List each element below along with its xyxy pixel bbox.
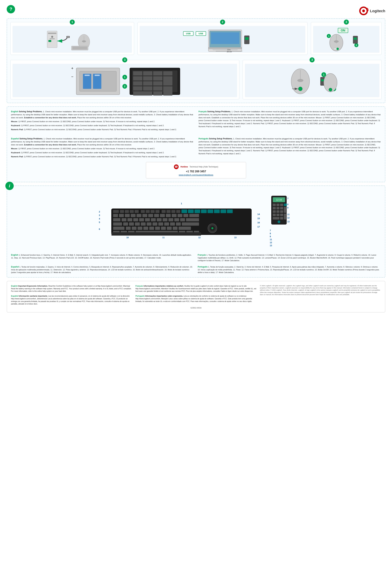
francais-title: Solving Setup Problems.	[207, 110, 231, 113]
svg-rect-105	[176, 210, 180, 213]
keyboard-labels-left: 2 3 4 5 6	[99, 210, 105, 230]
page-wrapper: ? Logitech 1	[0, 0, 392, 574]
feature-portugues-items: 1. Teclas de função avançadas. 2. Stand …	[198, 266, 379, 273]
bottom-info-grid: English Important Ergonomic Information.…	[11, 285, 381, 305]
svg-rect-183	[276, 207, 279, 209]
portugues-label: Português	[198, 138, 208, 140]
hotline-phone-number: +1 702 269 3457	[150, 170, 242, 173]
feature-english-item-15: 15. On/Off button.	[75, 257, 90, 259]
svg-rect-17	[72, 48, 87, 48]
svg-rect-123	[166, 214, 171, 217]
feature-english-item-3: 3. Internet Home.	[51, 254, 66, 256]
svg-rect-135	[157, 218, 161, 221]
feature-english-item-8: 8. Mutes volume.	[126, 254, 141, 256]
top-header: ? Logitech	[7, 5, 385, 17]
svg-text:8: 8	[287, 203, 289, 205]
english-bold1: Establish a connection for any device th…	[24, 117, 77, 119]
numpad-receiver-svg: 12:34	[270, 194, 293, 228]
svg-rect-93	[113, 210, 119, 213]
svg-rect-163	[178, 226, 191, 230]
bottom-portugues-title: Informações importantes sobre ergonomia.	[145, 295, 183, 297]
step3-top-illustration: ON 1 2	[313, 26, 379, 53]
svg-rect-137	[168, 218, 173, 221]
svg-text:USB: USB	[198, 32, 203, 35]
svg-rect-44	[353, 36, 358, 43]
svg-rect-158	[149, 226, 154, 230]
svg-rect-96	[130, 210, 134, 213]
francais-label: Français	[198, 110, 207, 113]
svg-rect-182	[273, 207, 276, 209]
troubleshoot-section: English Solving Setup Problems. 1. Check…	[7, 106, 385, 182]
numpad-label-9: 9	[270, 235, 293, 238]
step1-box: 1	[10, 22, 134, 55]
svg-rect-51	[85, 75, 90, 76]
step1-illustration	[13, 26, 132, 53]
numpad-right-labels: 7 8 9 11 12 13	[270, 229, 293, 247]
espanol-numpad-text: 1) FIRST, press Connect button on mini-r…	[24, 156, 176, 158]
step3-battery-badge: 3	[122, 57, 127, 62]
keyboard-diagram-area: 2 3 4 5 6 1	[11, 191, 381, 250]
svg-rect-8	[48, 40, 51, 42]
feature-english-item-2: 2. Sand by.	[41, 254, 51, 256]
feature-english-label: English	[11, 254, 18, 256]
svg-rect-62	[153, 71, 162, 75]
svg-rect-114	[113, 214, 118, 217]
kbd-label-1-top: 1	[110, 202, 253, 205]
svg-rect-67	[163, 76, 172, 85]
feature-english-item-9: 9. Decreases volume.	[141, 254, 159, 256]
svg-rect-94	[120, 210, 124, 213]
svg-rect-117	[131, 214, 136, 217]
svg-rect-16	[72, 47, 87, 47]
svg-rect-186	[273, 210, 276, 213]
hotline-tech: Technical Help (Aide Technique)	[190, 166, 218, 168]
feature-francais-items: 1. Touches de fonctions améliorées. 2. V…	[198, 254, 376, 262]
svg-rect-113	[227, 209, 233, 213]
hotline-phone-icon: ☎	[174, 164, 179, 169]
svg-rect-171	[112, 232, 201, 235]
svg-rect-184	[280, 207, 283, 209]
svg-rect-194	[280, 217, 283, 220]
feature-portugues-label: Português	[198, 266, 208, 268]
feature-english-item-12: 12. Next and Previous track.	[19, 257, 42, 259]
svg-text:13: 13	[287, 221, 290, 223]
english-numpad-text: 1) FIRST, press Connect button on mini-r…	[24, 128, 176, 130]
svg-rect-144	[135, 222, 140, 226]
keyboard-feature-text-grid: English 1. Enhanced function keys. 2. Sa…	[11, 253, 381, 274]
svg-rect-181	[284, 204, 287, 206]
svg-rect-60	[133, 71, 142, 75]
kbd-label-6: 6	[99, 228, 105, 230]
svg-rect-110	[208, 209, 213, 213]
kbd-label-10: 10	[126, 236, 129, 239]
svg-rect-129	[122, 218, 126, 221]
svg-point-195	[278, 221, 280, 223]
bottom-english-title: Important Ergonomic Information.	[18, 285, 48, 287]
svg-text:1: 1	[328, 35, 329, 37]
svg-rect-119	[142, 214, 147, 217]
kbd-label-15: 15	[257, 217, 266, 220]
feature-english-item-5: 5. Internet search.	[74, 254, 89, 256]
kbd-label-13: 13	[234, 236, 236, 239]
feature-espanol-items: 1. Teclas de función mejoradas. 2. Esper…	[11, 266, 193, 273]
svg-point-2	[362, 10, 365, 12]
info-icon: i	[5, 182, 14, 190]
svg-rect-106	[181, 209, 187, 213]
svg-rect-66	[153, 76, 162, 81]
kbd-label-11: 11	[162, 236, 165, 239]
hotline-url[interactable]: www.logitech.com/support/desktops	[150, 174, 242, 176]
feature-english-item-17: 17. Calculator mode.	[144, 257, 161, 259]
svg-text:7: 7	[287, 197, 289, 200]
svg-text:12:34: 12:34	[276, 198, 282, 201]
keyboard-image	[110, 205, 253, 236]
svg-rect-101	[155, 210, 159, 213]
kbd-label-17: 17	[257, 226, 266, 228]
svg-rect-187	[276, 210, 279, 213]
english-label: English	[11, 110, 18, 113]
svg-rect-147	[153, 222, 157, 226]
kbd-label-5: 5	[99, 221, 105, 224]
svg-text:+: +	[71, 66, 73, 70]
english-mouse-label: Mouse:	[11, 121, 18, 123]
svg-text:2: 2	[124, 85, 125, 88]
receiver-area: 12:34	[270, 194, 293, 247]
svg-rect-138	[174, 218, 179, 221]
svg-rect-142	[123, 222, 128, 226]
